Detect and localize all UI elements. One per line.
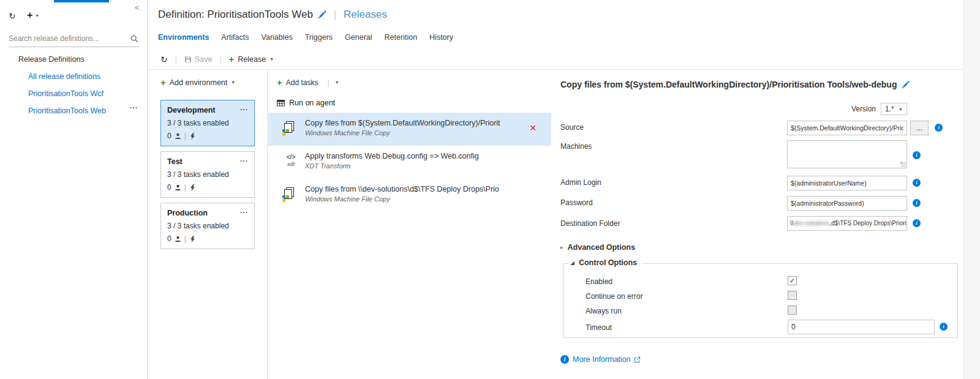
machines-input[interactable] xyxy=(787,140,907,168)
task-list: Copy files from $(System.DefaultWorkingD… xyxy=(268,113,551,212)
environment-more-menu-icon[interactable] xyxy=(240,157,248,161)
release-button[interactable]: + Release xyxy=(228,54,274,64)
destination-prefix: \\ xyxy=(790,220,794,227)
page-header: Definition: PrioritisationTools Web | Re… xyxy=(158,9,387,21)
environment-card-production[interactable]: Production 3 / 3 tasks enabled 0 | xyxy=(160,203,255,249)
version-value: 1.* xyxy=(885,105,894,113)
destination-folder-label: Destination Folder xyxy=(560,219,620,228)
more-information-link[interactable]: More Information xyxy=(560,355,641,364)
edit-pencil-icon[interactable] xyxy=(318,10,326,19)
xdt-transform-icon: </> xdt xyxy=(279,154,303,167)
search-input[interactable] xyxy=(9,34,130,43)
releases-link[interactable]: Releases xyxy=(344,9,387,21)
control-options-toggle[interactable]: Control Options xyxy=(569,258,643,267)
tab-variables[interactable]: Variables xyxy=(262,33,293,42)
deployment-conditions-icon[interactable] xyxy=(189,236,196,242)
add-environment-button[interactable]: + Add environment xyxy=(160,78,235,87)
info-icon[interactable] xyxy=(913,219,921,227)
file-copy-icon xyxy=(282,187,296,203)
more-information-label: More Information xyxy=(573,355,630,364)
enabled-label: Enabled xyxy=(586,277,612,286)
icon-separator: | xyxy=(184,183,186,192)
xdt-sub-glyph: xdt xyxy=(279,161,303,167)
search-box xyxy=(9,31,138,47)
approvers-count: 0 xyxy=(167,235,172,243)
icon-separator: | xyxy=(184,235,186,243)
tab-general[interactable]: General xyxy=(345,33,372,42)
task-item-copy-files-2[interactable]: Copy files from \\dev-solutions\d$\TFS D… xyxy=(268,179,551,212)
always-run-checkbox[interactable] xyxy=(788,306,797,315)
environment-name: Production xyxy=(167,209,208,217)
deployment-conditions-icon[interactable] xyxy=(189,133,196,140)
save-button[interactable]: Save xyxy=(184,55,213,64)
browse-button[interactable]: ... xyxy=(910,121,929,135)
tab-artifacts[interactable]: Artifacts xyxy=(221,33,249,42)
task-detail-title: Copy files from $(System.DefaultWorkingD… xyxy=(560,80,897,89)
environment-card-test[interactable]: Test 3 / 3 tasks enabled 0 | xyxy=(160,151,255,198)
environment-more-menu-icon[interactable] xyxy=(240,209,248,212)
add-environment-label: Add environment xyxy=(170,78,228,87)
info-icon[interactable] xyxy=(913,179,921,187)
collapsed-triangle-icon xyxy=(560,244,564,250)
tab-environments[interactable]: Environments xyxy=(158,33,209,42)
task-item-copy-files-1[interactable]: Copy files from $(System.DefaultWorkingD… xyxy=(268,113,551,146)
sidebar-item-prioritisationtools-web[interactable]: PrioritisationTools Web xyxy=(28,107,106,115)
task-subtitle: Windows Machine File Copy xyxy=(305,129,522,137)
task-subtitle: Windows Machine File Copy xyxy=(305,195,522,203)
agent-icon xyxy=(277,99,285,107)
task-detail-title-row: Copy files from $(System.DefaultWorkingD… xyxy=(560,80,910,89)
file-copy-icon xyxy=(282,121,296,137)
version-select[interactable]: 1.* xyxy=(881,103,907,115)
info-icon[interactable] xyxy=(913,151,921,159)
admin-login-input[interactable] xyxy=(787,176,907,190)
environment-more-menu-icon[interactable] xyxy=(240,106,248,110)
info-icon[interactable] xyxy=(940,323,948,331)
new-definition-button[interactable]: + xyxy=(27,10,39,20)
task-title: Copy files from \\dev-solutions\d$\TFS D… xyxy=(305,185,522,193)
environment-card-list: Development 3 / 3 tasks enabled 0 | Test… xyxy=(160,100,255,254)
destination-folder-input[interactable]: \\dev-solutions,d$\TFS Deploy Drops\Prio… xyxy=(787,216,907,231)
task-item-xdt-transform[interactable]: </> xdt Apply transforms Web.Debug.confi… xyxy=(268,146,551,179)
save-label: Save xyxy=(195,55,213,64)
refresh-icon[interactable] xyxy=(160,54,168,64)
chevron-down-icon[interactable] xyxy=(335,80,339,84)
sidebar-item-prioritisationtools-wcf[interactable]: PrioritisationTools Wcf xyxy=(28,89,104,98)
tab-retention[interactable]: Retention xyxy=(385,33,418,42)
toolbar-separator: | xyxy=(219,55,221,64)
run-on-agent-header[interactable]: Run on agent xyxy=(277,99,335,107)
sidebar-refresh-icon[interactable] xyxy=(9,11,16,21)
destination-suffix: ,d$\TFS Deploy Drops\PrioritisationTools… xyxy=(829,220,907,227)
info-icon[interactable] xyxy=(935,124,943,132)
environment-tasks-status: 3 / 3 tasks enabled xyxy=(167,119,248,127)
title-separator: | xyxy=(334,9,336,20)
environment-card-development[interactable]: Development 3 / 3 tasks enabled 0 | xyxy=(160,100,255,146)
sidebar-item-all-release-definitions[interactable]: All release definitions xyxy=(28,72,100,81)
definition-more-menu-icon[interactable] xyxy=(130,104,138,108)
chevron-down-icon xyxy=(270,57,274,61)
continue-on-error-checkbox[interactable] xyxy=(788,291,797,300)
timeout-input[interactable] xyxy=(788,320,935,334)
password-label: Password xyxy=(560,198,593,207)
control-options-label: Control Options xyxy=(579,258,637,267)
task-title: Copy files from $(System.DefaultWorkingD… xyxy=(305,119,522,127)
edit-pencil-icon[interactable] xyxy=(902,81,910,89)
info-icon[interactable] xyxy=(913,199,921,207)
advanced-options-toggle[interactable]: Advanced Options xyxy=(560,243,635,252)
source-input[interactable] xyxy=(787,121,907,135)
add-tasks-button[interactable]: + Add tasks | xyxy=(277,78,339,87)
approvers-person-icon xyxy=(175,236,181,242)
chevron-down-icon xyxy=(231,80,235,84)
scrollbar[interactable] xyxy=(963,0,980,379)
definition-title: Definition: PrioritisationTools Web xyxy=(158,9,313,21)
deployment-conditions-icon[interactable] xyxy=(189,184,196,191)
environment-name: Development xyxy=(167,106,216,114)
resize-handle[interactable] xyxy=(900,162,906,167)
password-input[interactable] xyxy=(787,196,907,211)
tab-history[interactable]: History xyxy=(429,33,453,42)
plus-icon: + xyxy=(27,10,32,20)
tab-triggers[interactable]: Triggers xyxy=(305,33,333,42)
advanced-options-label: Advanced Options xyxy=(568,243,635,252)
enabled-checkbox[interactable] xyxy=(788,276,797,285)
collapse-sidebar-icon[interactable]: < xyxy=(135,3,140,12)
delete-task-icon[interactable] xyxy=(529,123,537,133)
